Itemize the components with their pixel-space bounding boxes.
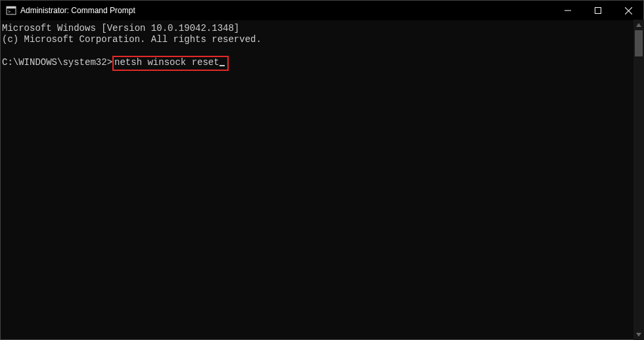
- window-title: Administrator: Command Prompt: [20, 6, 135, 15]
- command-prompt-window: >_ Administrator: Command Prompt Microso…: [0, 0, 644, 340]
- maximize-button[interactable]: [583, 1, 613, 20]
- titlebar[interactable]: >_ Administrator: Command Prompt: [1, 1, 643, 20]
- command-highlight: netsh winsock reset: [112, 56, 229, 71]
- prompt: C:\WINDOWS\system32>: [2, 57, 112, 68]
- svg-text:>_: >_: [8, 9, 14, 14]
- version-line: Microsoft Windows [Version 10.0.19042.13…: [2, 23, 239, 33]
- scroll-track[interactable]: [633, 30, 644, 329]
- scroll-thumb[interactable]: [635, 30, 643, 56]
- svg-rect-1: [7, 7, 16, 9]
- terminal-body[interactable]: Microsoft Windows [Version 10.0.19042.13…: [1, 20, 643, 339]
- cursor: [219, 65, 225, 66]
- scroll-up-arrow[interactable]: [633, 20, 644, 30]
- minimize-button[interactable]: [553, 1, 583, 20]
- svg-rect-4: [595, 8, 601, 14]
- cmd-icon: >_: [6, 5, 16, 16]
- copyright-line: (c) Microsoft Corporation. All rights re…: [2, 34, 262, 45]
- window-controls: [553, 1, 643, 20]
- scrollbar[interactable]: [633, 20, 644, 340]
- command-text: netsh winsock reset: [114, 57, 219, 68]
- close-button[interactable]: [613, 1, 643, 20]
- scroll-down-arrow[interactable]: [633, 329, 644, 340]
